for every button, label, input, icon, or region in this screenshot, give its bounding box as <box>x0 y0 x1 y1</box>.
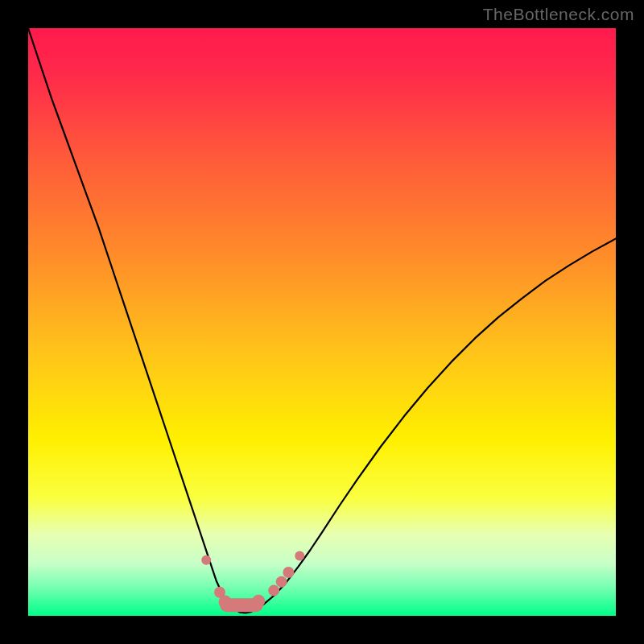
data-marker <box>295 551 304 561</box>
data-marker <box>252 595 265 608</box>
chart-stage: TheBottleneck.com <box>0 0 644 644</box>
bottleneck-chart <box>0 0 644 644</box>
data-marker <box>283 567 294 578</box>
data-marker <box>219 595 232 608</box>
data-marker <box>268 585 279 597</box>
watermark-text: TheBottleneck.com <box>483 5 634 24</box>
data-marker <box>276 576 287 588</box>
data-marker <box>201 555 211 565</box>
gradient-background <box>28 28 616 616</box>
